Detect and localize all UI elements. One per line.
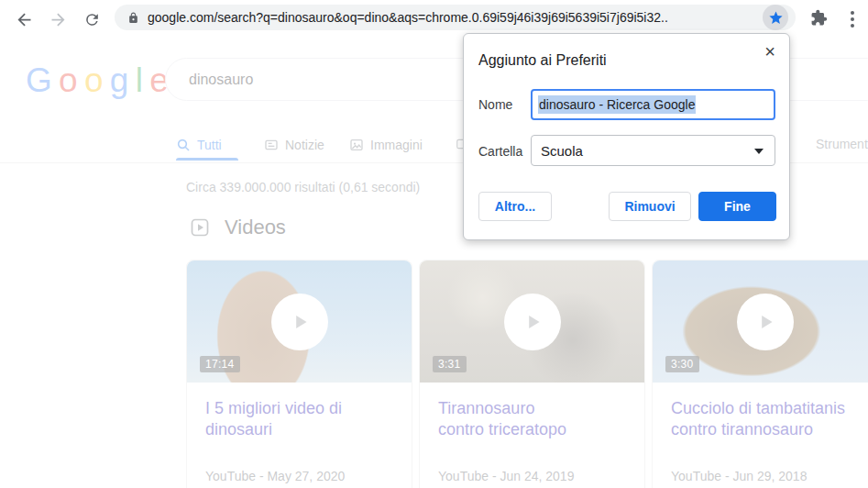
search-query-text: dinosauro: [189, 72, 253, 88]
bookmark-name-input[interactable]: dinosauro - Ricerca Google: [531, 89, 775, 120]
done-button[interactable]: Fine: [698, 192, 776, 221]
active-tab-underline: [176, 158, 238, 161]
video-duration-badge: 17:14: [200, 356, 240, 372]
address-bar[interactable]: google.com/search?q=dinosauro&oq=dino&aq…: [115, 5, 796, 30]
url-text: google.com/search?q=dinosauro&oq=dino&aq…: [148, 10, 668, 25]
video-section-icon: [189, 216, 211, 238]
back-arrow-icon: [15, 10, 34, 29]
video-duration-badge: 3:31: [433, 356, 467, 372]
videos-heading: Videos: [225, 216, 286, 239]
video-title-link[interactable]: Tirannosauro contro triceratopo: [438, 398, 566, 440]
video-source: YouTube - Jun 24, 2019: [438, 469, 574, 483]
logo-letter: l: [136, 61, 142, 99]
logo-letter: o: [59, 61, 76, 99]
dialog-title: Aggiunto ai Preferiti: [478, 52, 607, 69]
folder-select[interactable]: Scuola: [531, 135, 775, 166]
bookmark-dialog: Aggiunto ai Preferiti × Nome dinosauro -…: [463, 33, 790, 240]
video-card[interactable]: 3:30 Cucciolo di tambatitanis contro tir…: [652, 260, 868, 488]
play-button[interactable]: [737, 294, 794, 350]
remove-button[interactable]: Rimuovi: [609, 192, 691, 221]
results-stats: Circa 339.000.000 risultati (0,61 second…: [186, 180, 420, 194]
menu-dot: [851, 24, 854, 28]
menu-dot: [851, 17, 854, 21]
video-thumbnail[interactable]: 3:31: [420, 261, 644, 383]
video-source: YouTube - May 27, 2020: [205, 469, 345, 483]
video-duration-badge: 3:30: [665, 356, 699, 372]
video-card[interactable]: 3:31 Tirannosauro contro triceratopo You…: [419, 260, 645, 488]
chevron-down-icon: [754, 149, 764, 154]
play-icon: [753, 310, 777, 334]
name-label: Nome: [478, 97, 512, 112]
news-icon: [264, 138, 279, 152]
tab-tutti[interactable]: Tutti: [176, 135, 222, 155]
star-icon: [768, 10, 784, 26]
video-title-link[interactable]: Cucciolo di tambatitanis contro tirannos…: [671, 398, 845, 440]
bookmark-star-button[interactable]: [763, 5, 788, 30]
play-icon: [521, 310, 544, 334]
reload-button[interactable]: [79, 6, 104, 32]
video-thumbnail[interactable]: 17:14: [187, 261, 412, 383]
browser-menu-button[interactable]: [844, 7, 861, 31]
folder-value: Scuola: [541, 143, 583, 159]
menu-dot: [851, 11, 854, 15]
browser-window: G o o g l e dinosauro Tutti Notizie Imma…: [0, 0, 868, 488]
video-source: YouTube - Jun 29, 2018: [671, 469, 807, 483]
video-thumbnail[interactable]: 3:30: [653, 261, 868, 383]
logo-letter: o: [84, 61, 102, 99]
tab-notizie[interactable]: Notizie: [264, 135, 324, 155]
play-button[interactable]: [504, 294, 561, 350]
puzzle-icon: [810, 9, 828, 27]
tools-menu[interactable]: Strumenti: [816, 137, 868, 151]
forward-arrow-icon: [49, 10, 68, 29]
close-button[interactable]: ×: [761, 39, 779, 64]
search-icon: [176, 138, 191, 152]
tab-immagini[interactable]: Immagini: [349, 135, 423, 155]
videos-section-header: Videos: [189, 216, 286, 239]
reload-icon: [83, 11, 101, 28]
selected-text: dinosauro - Ricerca Google: [538, 95, 696, 114]
video-title-link[interactable]: I 5 migliori video di dinosauri: [205, 398, 342, 440]
folder-label: Cartella: [478, 144, 522, 159]
tab-label: Immagini: [370, 138, 423, 152]
forward-button[interactable]: [45, 6, 71, 32]
tab-label: Notizie: [285, 138, 324, 152]
image-icon: [349, 138, 364, 152]
more-button[interactable]: Altro...: [478, 192, 552, 221]
google-logo: G o o g l e: [26, 61, 167, 100]
extensions-button[interactable]: [810, 9, 828, 29]
video-card[interactable]: 17:14 I 5 migliori video di dinosauri Yo…: [186, 260, 412, 488]
play-icon: [288, 310, 312, 334]
play-button[interactable]: [271, 294, 328, 350]
tab-label: Tutti: [197, 138, 222, 152]
logo-letter: G: [26, 61, 50, 99]
back-button[interactable]: [11, 6, 37, 32]
lock-icon: [127, 12, 139, 24]
logo-letter: g: [110, 61, 127, 99]
